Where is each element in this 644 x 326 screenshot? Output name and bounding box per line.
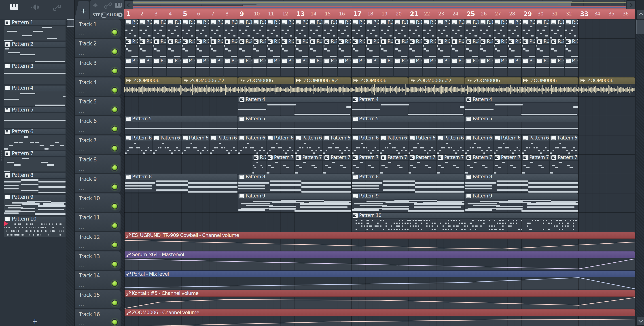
pattern-clip-header[interactable]: Pattern 9	[352, 193, 465, 199]
pattern-clip[interactable]: Pattern 7	[437, 154, 465, 173]
pattern-clip-header[interactable]: P..1	[437, 19, 450, 25]
pattern-clip[interactable]: P..1	[196, 19, 209, 38]
pattern-clip[interactable]: P..1	[437, 19, 450, 38]
pattern-clip[interactable]: Pattern 6	[550, 135, 578, 154]
pattern-clip[interactable]: P..3	[522, 58, 535, 77]
pattern-clip[interactable]: Pattern 8	[352, 174, 465, 193]
mute-led[interactable]	[112, 203, 118, 209]
pattern-clip-header[interactable]: P..3	[252, 58, 266, 64]
track-options-dots[interactable]: ...	[79, 205, 84, 210]
pattern-clip[interactable]: P..2	[338, 39, 351, 57]
pattern-clip-header[interactable]: P..3	[153, 58, 166, 64]
pattern-clip[interactable]: P..3	[380, 58, 394, 77]
pattern-clip-header[interactable]: Pattern 10	[352, 213, 578, 219]
track-header[interactable]: Track 2...	[75, 39, 121, 57]
pattern-clip-header[interactable]: Pattern 7	[380, 154, 408, 160]
pattern-clip[interactable]: Pattern 6	[266, 135, 294, 154]
pattern-clip-header[interactable]: Pattern 4	[465, 96, 578, 103]
pattern-clip[interactable]: P..2	[238, 39, 252, 57]
pattern-clip[interactable]: P..1	[167, 19, 181, 38]
pattern-clip[interactable]: Pattern 6	[437, 135, 465, 154]
pattern-clip[interactable]: P..3	[352, 58, 365, 77]
pattern-clip-header[interactable]: P..2	[338, 39, 351, 45]
pattern-clip[interactable]: Pattern 7	[494, 154, 522, 173]
pattern-clip[interactable]: Pattern 9	[352, 193, 465, 212]
pattern-clip-header[interactable]: Pattern 9	[465, 193, 578, 199]
pattern-clip-header[interactable]: P..1	[380, 19, 394, 25]
pattern-clip[interactable]: P..3	[494, 58, 507, 77]
pattern-clip[interactable]: P..3	[323, 58, 337, 77]
track-header[interactable]: Track 12...	[75, 232, 121, 251]
pattern-clip[interactable]: P..1	[266, 19, 280, 38]
pattern-clip[interactable]: Pattern 9	[465, 193, 578, 212]
pattern-clip-header[interactable]: Pattern 8	[238, 174, 351, 180]
pattern-clip-header[interactable]: P..2	[124, 39, 138, 45]
mute-led[interactable]	[112, 261, 118, 267]
pattern-clip[interactable]: P..1	[181, 19, 195, 38]
pattern-list-item[interactable]: Pattern 1	[4, 20, 66, 41]
pattern-clip[interactable]: P..1	[422, 19, 436, 38]
pattern-clip-header[interactable]: P..3	[196, 58, 209, 64]
pattern-clip-header[interactable]: Pattern 4	[352, 96, 465, 103]
automation-clip-header[interactable]: Kontakt #5 - Channel volume	[124, 290, 635, 297]
pattern-clip[interactable]: P..2	[394, 39, 408, 57]
pattern-clip-header[interactable]: P..1	[366, 19, 380, 25]
pattern-clip[interactable]: Pattern 5	[238, 116, 351, 134]
pattern-clip-header[interactable]: P..1	[522, 19, 535, 25]
pattern-clip[interactable]: P..3	[153, 58, 166, 77]
pattern-clip-header[interactable]: P..2	[295, 39, 308, 45]
pattern-clip[interactable]: P..3	[238, 58, 252, 77]
pattern-clip-header[interactable]: Pattern 7	[352, 154, 380, 160]
pattern-clip[interactable]: Pattern 7	[465, 154, 493, 173]
pattern-clip-header[interactable]: P..2	[153, 39, 166, 45]
pattern-clip-header[interactable]: Pattern 7	[295, 154, 323, 160]
track-options-dots[interactable]: ...	[79, 321, 84, 326]
pattern-clip[interactable]: Pattern 9	[238, 193, 351, 212]
pattern-list-item[interactable]: Pattern 9	[4, 194, 66, 215]
pattern-clip-header[interactable]: P..1	[451, 19, 464, 25]
pattern-clip[interactable]: P..2	[210, 39, 224, 57]
scroll-down-button[interactable]	[636, 316, 644, 325]
pattern-clip-header[interactable]: Pattern 6	[522, 135, 550, 141]
pattern-clip[interactable]: P..3	[210, 58, 224, 77]
pattern-clip-header[interactable]: Pattern 6	[210, 135, 238, 141]
pattern-clip[interactable]: P..1	[139, 19, 152, 38]
pattern-clip-header[interactable]: Pattern 6	[323, 135, 351, 141]
track-header[interactable]: Track 4...	[75, 77, 121, 96]
pattern-clip[interactable]: P..2	[252, 39, 266, 57]
pattern-clip-header[interactable]: P..3	[167, 58, 181, 64]
pattern-clip[interactable]: P..3	[408, 58, 422, 77]
pattern-clip-header[interactable]: P..1	[564, 19, 578, 25]
pattern-clip-header[interactable]: P..2	[394, 39, 408, 45]
pattern-clip-header[interactable]: P..3	[323, 58, 337, 64]
pattern-clip[interactable]: P..1	[465, 19, 479, 38]
pattern-clip[interactable]: P..3	[437, 58, 450, 77]
pattern-list-item[interactable]: Pattern 5	[4, 107, 66, 128]
pattern-clip[interactable]: Pattern 5	[352, 116, 465, 134]
pattern-clip[interactable]: P..3	[508, 58, 521, 77]
pattern-clip-header[interactable]: Pattern 6	[437, 135, 465, 141]
pattern-clip[interactable]: Pattern 6	[522, 135, 550, 154]
pattern-clip-header[interactable]: P..3	[338, 58, 351, 64]
pattern-clip-header[interactable]: P..2	[451, 39, 464, 45]
pattern-clip-header[interactable]: Pattern 7	[323, 154, 351, 160]
pattern-clip[interactable]: P..2	[139, 39, 152, 57]
automation-clip[interactable]: Serum_x64 - MasterVol	[124, 251, 635, 270]
piano-icon[interactable]	[115, 3, 122, 8]
pattern-clip[interactable]: P..3	[281, 58, 294, 77]
picker-scrollbar[interactable]	[66, 19, 74, 326]
pattern-clip-header[interactable]: P..2	[210, 39, 224, 45]
pattern-clip-header[interactable]: Pattern 7	[522, 154, 550, 160]
pattern-clip[interactable]: P..1	[522, 19, 535, 38]
pattern-clip[interactable]: P..2	[380, 39, 394, 57]
pattern-clip[interactable]: Pattern 4	[465, 96, 578, 115]
mute-led[interactable]	[112, 29, 118, 35]
pattern-clip[interactable]: Pattern 8	[124, 174, 238, 193]
track-header[interactable]: Track 1...	[75, 19, 121, 38]
track-header[interactable]: Track 14...	[75, 270, 121, 289]
pattern-clip[interactable]: P..1	[451, 19, 464, 38]
pattern-clip[interactable]: P..2	[536, 39, 550, 57]
track-options-dots[interactable]: ...	[79, 147, 84, 152]
audio-clip-header[interactable]: ZOOM0006	[124, 77, 181, 84]
pattern-clip-header[interactable]: Pattern 8	[124, 174, 238, 180]
